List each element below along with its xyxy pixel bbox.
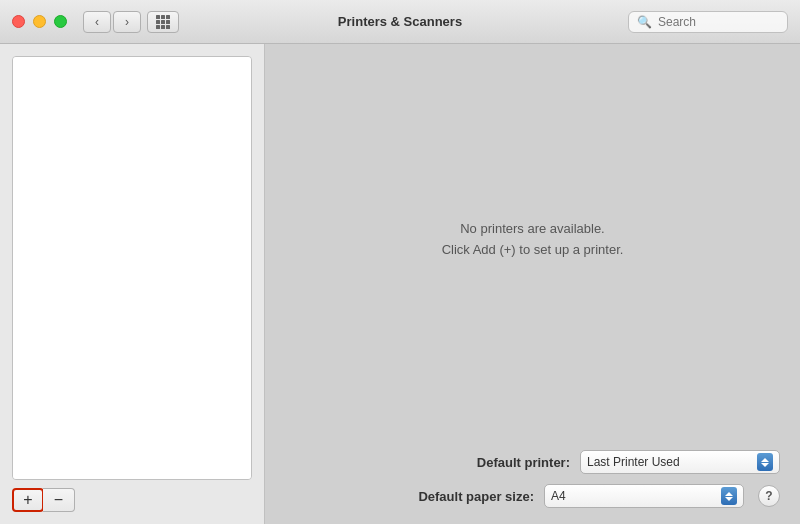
default-printer-label: Default printer: [440, 455, 570, 470]
default-printer-row: Default printer: Last Printer Used [285, 450, 780, 474]
default-paper-label: Default paper size: [404, 489, 534, 504]
paper-chevron-up-icon [725, 492, 733, 496]
help-icon: ? [765, 489, 772, 503]
bottom-controls: Default printer: Last Printer Used Defau… [265, 436, 800, 524]
search-box[interactable]: 🔍 [628, 11, 788, 33]
default-paper-row: Default paper size: A4 ? [285, 484, 780, 508]
default-printer-value: Last Printer Used [587, 455, 757, 469]
sidebar-controls: + − [12, 488, 252, 512]
remove-icon: − [54, 491, 63, 509]
traffic-lights [12, 15, 67, 28]
empty-message: No printers are available. Click Add (+)… [442, 219, 624, 261]
chevron-up-icon [761, 458, 769, 462]
empty-state: No printers are available. Click Add (+)… [265, 44, 800, 436]
sidebar: + − [0, 44, 265, 524]
add-printer-button[interactable]: + [12, 488, 44, 512]
default-printer-dropdown[interactable]: Last Printer Used [580, 450, 780, 474]
main-content: + − No printers are available. Click Add… [0, 44, 800, 524]
right-panel: No printers are available. Click Add (+)… [265, 44, 800, 524]
help-button[interactable]: ? [758, 485, 780, 507]
back-icon: ‹ [95, 15, 99, 29]
paper-dropdown-arrows-icon [721, 487, 737, 505]
paper-chevron-down-icon [725, 497, 733, 501]
printer-list-inner [13, 57, 251, 479]
grid-view-button[interactable] [147, 11, 179, 33]
empty-line2: Click Add (+) to set up a printer. [442, 240, 624, 261]
window-title: Printers & Scanners [338, 14, 462, 29]
add-icon: + [23, 491, 32, 509]
grid-icon [156, 15, 170, 29]
maximize-button[interactable] [54, 15, 67, 28]
minimize-button[interactable] [33, 15, 46, 28]
search-input[interactable] [658, 15, 779, 29]
forward-icon: › [125, 15, 129, 29]
back-button[interactable]: ‹ [83, 11, 111, 33]
default-paper-dropdown[interactable]: A4 [544, 484, 744, 508]
nav-buttons: ‹ › [83, 11, 141, 33]
chevron-down-icon [761, 463, 769, 467]
default-paper-value: A4 [551, 489, 721, 503]
title-bar: ‹ › Printers & Scanners 🔍 [0, 0, 800, 44]
search-icon: 🔍 [637, 15, 652, 29]
forward-button[interactable]: › [113, 11, 141, 33]
remove-printer-button[interactable]: − [43, 488, 75, 512]
empty-line1: No printers are available. [442, 219, 624, 240]
dropdown-arrows-icon [757, 453, 773, 471]
close-button[interactable] [12, 15, 25, 28]
printer-list[interactable] [12, 56, 252, 480]
